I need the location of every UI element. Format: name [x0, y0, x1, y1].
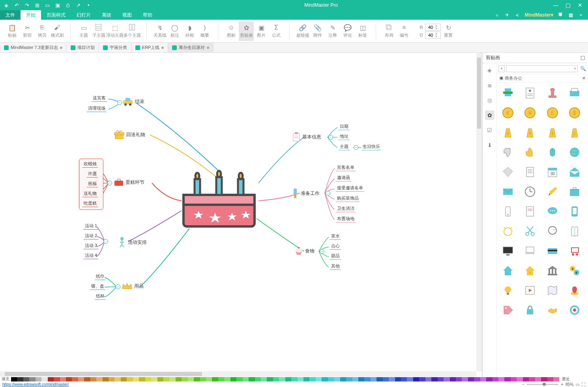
- clip-monitor[interactable]: [499, 243, 517, 259]
- leaf-food-1[interactable]: 点心: [330, 243, 341, 250]
- clip-video[interactable]: [521, 282, 539, 298]
- doc-tab-0[interactable]: MindMaster 7.3更新日志: [0, 43, 67, 52]
- float-topic-button[interactable]: ⬚浮动主题: [106, 21, 124, 41]
- leaf-cake-3[interactable]: 送礼物: [82, 190, 98, 197]
- format-painter-button[interactable]: 🖌格式刷: [50, 21, 65, 41]
- clip-house[interactable]: [499, 263, 517, 279]
- clip-stamp[interactable]: [544, 85, 561, 101]
- new-icon[interactable]: ⊞: [34, 2, 40, 8]
- sidebar-outline-icon[interactable]: ≣: [485, 80, 494, 90]
- clip-scissors[interactable]: [521, 223, 539, 239]
- collapse-basic-theme[interactable]: −: [354, 145, 358, 150]
- canvas-area[interactable]: 结束 − 送宾客 清理现场 回送礼物 蛋糕环节 − 吹蜡烛 许愿 祝福 送礼物 …: [0, 53, 482, 377]
- clip-thumbdown[interactable]: [499, 144, 517, 160]
- leaf-end-1[interactable]: 清理现场: [87, 105, 107, 112]
- clip-diamond[interactable]: [499, 164, 517, 180]
- leaf-sup-2[interactable]: 纸杯: [95, 293, 106, 300]
- clip-thumbup[interactable]: [521, 144, 539, 160]
- collapse-end[interactable]: −: [117, 100, 122, 105]
- menu-tab-start[interactable]: 开始: [21, 10, 41, 20]
- leaf-act-1[interactable]: 活动 2: [84, 232, 98, 239]
- search-input[interactable]: ▾: [506, 65, 578, 72]
- sidebar-icon-icon[interactable]: ◎: [485, 95, 494, 105]
- boundary-button[interactable]: ◗外框: [182, 21, 197, 41]
- clip-phone[interactable]: [499, 204, 517, 219]
- leaf-basic-1[interactable]: 地址: [339, 133, 350, 140]
- maximize-icon[interactable]: ▢: [566, 2, 571, 8]
- collapse-activity[interactable]: −: [103, 239, 108, 244]
- leaf-cake-1[interactable]: 许愿: [87, 170, 98, 178]
- collapse-basic[interactable]: −: [328, 135, 333, 140]
- clip-mouse[interactable]: [544, 144, 561, 160]
- sidebar-export-icon[interactable]: ⬇: [485, 140, 494, 150]
- clip-clock[interactable]: [521, 184, 539, 200]
- note-button[interactable]: ✎注释: [325, 21, 340, 41]
- leaf-prep-5[interactable]: 布置场地: [336, 215, 356, 222]
- leaf-prep-1[interactable]: 邀请函: [336, 174, 351, 181]
- clip-envelope-open[interactable]: [566, 164, 583, 180]
- topic-button[interactable]: ▭主题: [76, 21, 91, 41]
- doc-tab-2[interactable]: 宇宙分类: [99, 43, 131, 52]
- share-icon[interactable]: ⪪: [514, 12, 521, 18]
- width-input[interactable]: ▴▾: [425, 24, 441, 31]
- clip-tag[interactable]: [499, 302, 517, 318]
- topic-basic[interactable]: 基本信息: [292, 132, 321, 142]
- clip-bag-pound[interactable]: £: [566, 125, 583, 140]
- menu-tab-pagestyle[interactable]: 页面样式: [41, 10, 71, 20]
- multi-topic-button[interactable]: ⿲多个主题: [124, 21, 141, 41]
- clip-envelope[interactable]: [499, 184, 517, 200]
- topic-gift[interactable]: 回送礼物: [114, 129, 145, 140]
- leaf-prep-2[interactable]: 接受邀请名单: [336, 185, 364, 192]
- leaf-food-3[interactable]: 其他: [330, 263, 341, 270]
- print-icon[interactable]: ⎙: [65, 2, 71, 8]
- collapse-prep[interactable]: −: [326, 191, 330, 196]
- topic-food[interactable]: 食物: [294, 246, 315, 256]
- callout-button[interactable]: ◯标注: [167, 21, 182, 41]
- sidebar-style-icon[interactable]: ◈: [485, 65, 494, 75]
- leaf-sup-0[interactable]: 纸巾: [95, 273, 106, 280]
- leaf-basic-2[interactable]: 主题: [339, 143, 350, 150]
- formula-button[interactable]: Σ公式: [269, 21, 284, 41]
- clip-lock[interactable]: [521, 302, 539, 318]
- minimize-icon[interactable]: —: [553, 2, 558, 8]
- leaf-act-2[interactable]: 活动 3: [84, 242, 98, 249]
- doc-tab-3[interactable]: ERP上线: [131, 43, 169, 52]
- clip-coin-euro[interactable]: €: [499, 105, 517, 121]
- zoom-slider[interactable]: [527, 384, 558, 385]
- color-palette[interactable]: [11, 377, 560, 381]
- clip-head[interactable]: [544, 223, 561, 239]
- leaf-basic-0[interactable]: 日期: [339, 123, 350, 130]
- collapse-food[interactable]: −: [320, 249, 324, 254]
- leaf-food-0[interactable]: 茶水: [330, 233, 341, 240]
- clip-exchange[interactable]: $€: [566, 263, 583, 279]
- zoom-in-icon[interactable]: +: [561, 382, 563, 387]
- brand-label[interactable]: MindMaster▾: [524, 12, 553, 18]
- sidebar-clipart-icon[interactable]: ✿: [485, 110, 494, 120]
- icon-button[interactable]: ☺图标: [224, 21, 239, 41]
- mail-icon[interactable]: ✈: [504, 12, 510, 18]
- topic-activity[interactable]: 活动安排: [118, 237, 147, 248]
- clip-shirt[interactable]: [566, 223, 583, 239]
- topic-prep[interactable]: 准备工作: [291, 188, 320, 199]
- leaf-end-0[interactable]: 送宾客: [92, 95, 107, 102]
- fit-page-icon[interactable]: ▭: [576, 382, 579, 387]
- central-topic-cake[interactable]: [180, 167, 258, 230]
- leaf-cake-4[interactable]: 吃蛋糕: [82, 200, 98, 207]
- clip-coin-dollar[interactable]: $: [566, 105, 583, 121]
- clip-bag-euro[interactable]: €: [499, 125, 517, 140]
- menu-tab-help[interactable]: 帮助: [137, 10, 158, 20]
- copy-button[interactable]: ⎘拷贝: [35, 21, 50, 41]
- doc-tab-1[interactable]: 项目计划: [67, 43, 99, 52]
- open-icon[interactable]: ▭: [44, 2, 51, 8]
- library-dropdown[interactable]: ▾: [498, 65, 505, 72]
- clip-chat[interactable]: [544, 204, 561, 219]
- grid-icon[interactable]: ▦: [567, 12, 574, 18]
- leaf-sup-1[interactable]: 碟、盘: [90, 283, 105, 290]
- zoom-out-icon[interactable]: −: [522, 382, 524, 387]
- vertical-scrollbar[interactable]: [476, 53, 482, 371]
- menu-tab-advanced[interactable]: 高级: [96, 10, 117, 20]
- doc-tab-4[interactable]: 筹办生日派对: [168, 43, 213, 52]
- leaf-basic-extra[interactable]: 生日快乐: [361, 143, 381, 150]
- comment-button[interactable]: 💬评论: [340, 21, 355, 41]
- leaf-prep-0[interactable]: 宾客名单: [336, 164, 356, 171]
